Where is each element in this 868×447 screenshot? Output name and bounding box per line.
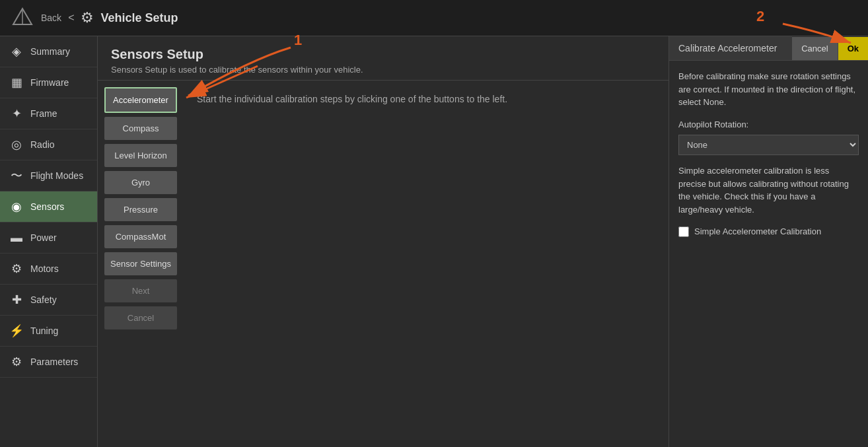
- sidebar-label-summary: Summary: [30, 46, 70, 57]
- sidebar-item-parameters[interactable]: ⚙ Parameters: [0, 347, 97, 378]
- cancel-button[interactable]: Cancel: [792, 37, 838, 60]
- sidebar-label-parameters: Parameters: [30, 357, 78, 367]
- sidebar-label-radio: Radio: [30, 139, 55, 150]
- sidebar-label-tuning: Tuning: [30, 326, 58, 336]
- next-button[interactable]: Next: [104, 279, 177, 302]
- sidebar-item-frame[interactable]: ✦ Frame: [0, 98, 97, 129]
- sidebar-label-flight-modes: Flight Modes: [30, 170, 83, 181]
- parameters-icon: ⚙: [8, 353, 25, 370]
- sidebar-label-firmware: Firmware: [30, 77, 69, 88]
- motors-icon: ⚙: [8, 260, 25, 277]
- right-panel-topbar: Calibrate Accelerometer Cancel Ok: [669, 36, 868, 61]
- compassmot-button[interactable]: CompassMot: [104, 225, 177, 248]
- simple-cal-checkbox[interactable]: [678, 226, 689, 237]
- calibration-description: Before calibrating make sure rotation se…: [678, 70, 859, 109]
- sensor-button-panel: Accelerometer Compass Level Horizon Gyro…: [98, 81, 184, 447]
- ok-button[interactable]: Ok: [838, 37, 868, 60]
- simple-cal-description: Simple accelerometer calibration is less…: [678, 164, 859, 216]
- sidebar-item-safety[interactable]: ✚ Safety: [0, 285, 97, 316]
- sidebar-label-sensors: Sensors: [30, 201, 64, 212]
- summary-icon: ◈: [8, 43, 25, 60]
- gyro-button[interactable]: Gyro: [104, 171, 177, 194]
- gear-icon: ⚙: [81, 9, 94, 26]
- simple-cal-label: Simple Accelerometer Calibration: [694, 225, 821, 238]
- sensors-icon: ◉: [8, 198, 25, 215]
- accelerometer-button[interactable]: Accelerometer: [104, 87, 177, 113]
- app-logo: [11, 6, 34, 30]
- back-chevron: <: [68, 12, 74, 24]
- sensor-main-area: Start the individual calibration steps b…: [184, 81, 669, 447]
- safety-icon: ✚: [8, 291, 25, 308]
- page-title: Vehicle Setup: [100, 11, 178, 25]
- simple-cal-row: Simple Accelerometer Calibration: [678, 225, 859, 238]
- sidebar-item-power[interactable]: ▬ Power: [0, 223, 97, 254]
- sensor-main-text: Start the individual calibration steps b…: [197, 94, 507, 104]
- back-button[interactable]: Back: [41, 13, 61, 23]
- sidebar-label-motors: Motors: [30, 263, 59, 274]
- sidebar-item-firmware[interactable]: ▦ Firmware: [0, 67, 97, 98]
- sidebar: ◈ Summary ▦ Firmware ✦ Frame ◎ Radio 〜 F…: [0, 36, 98, 447]
- sidebar-label-power: Power: [30, 232, 57, 243]
- frame-icon: ✦: [8, 105, 25, 122]
- right-panel: Calibrate Accelerometer Cancel Ok Before…: [669, 36, 868, 447]
- tuning-icon: ⚡: [8, 322, 25, 339]
- center-content: Sensors Setup Sensors Setup is used to c…: [98, 36, 669, 447]
- sidebar-label-safety: Safety: [30, 294, 57, 305]
- sensors-subtitle: Sensors Setup is used to calibrate the s…: [111, 65, 655, 75]
- cancel-action-button[interactable]: Cancel: [104, 306, 177, 329]
- sensor-settings-button[interactable]: Sensor Settings: [104, 252, 177, 275]
- level-horizon-button[interactable]: Level Horizon: [104, 144, 177, 167]
- sidebar-item-summary[interactable]: ◈ Summary: [0, 36, 97, 67]
- sensors-body: Accelerometer Compass Level Horizon Gyro…: [98, 81, 669, 447]
- sidebar-item-tuning[interactable]: ⚡ Tuning: [0, 316, 97, 347]
- sensors-title: Sensors Setup: [111, 47, 655, 62]
- sidebar-item-sensors[interactable]: ◉ Sensors: [0, 191, 97, 223]
- power-icon: ▬: [8, 229, 25, 246]
- sidebar-item-flight-modes[interactable]: 〜 Flight Modes: [0, 160, 97, 191]
- sidebar-item-motors[interactable]: ⚙ Motors: [0, 254, 97, 285]
- flight-modes-icon: 〜: [8, 167, 25, 184]
- sensors-header: Sensors Setup Sensors Setup is used to c…: [98, 36, 669, 81]
- firmware-icon: ▦: [8, 74, 25, 91]
- right-panel-body: Before calibrating make sure rotation se…: [669, 61, 868, 447]
- autopilot-rotation-select[interactable]: None Yaw 45 Yaw 90 Yaw 135 Yaw 180 Roll …: [678, 135, 859, 155]
- radio-icon: ◎: [8, 136, 25, 153]
- pressure-button[interactable]: Pressure: [104, 198, 177, 221]
- compass-button[interactable]: Compass: [104, 117, 177, 140]
- calibrate-label: Calibrate Accelerometer: [669, 36, 792, 60]
- sidebar-label-frame: Frame: [30, 108, 57, 119]
- sidebar-item-radio[interactable]: ◎ Radio: [0, 129, 97, 160]
- autopilot-label: Autopilot Rotation:: [678, 118, 859, 131]
